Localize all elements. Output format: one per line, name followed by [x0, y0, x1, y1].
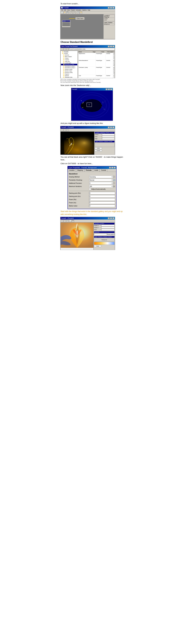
menu-animation[interactable]: Animation — [76, 10, 81, 11]
screen5-tb-4[interactable]: 📄 — [69, 220, 72, 222]
menu-view[interactable]: View — [67, 10, 70, 11]
screen2-tb-forward[interactable]: → — [64, 48, 66, 50]
screen4-minimize-btn[interactable]: _ — [108, 126, 110, 128]
tb-pan[interactable]: ✋ — [80, 12, 82, 14]
screen2-tb-up[interactable]: ↑ — [66, 48, 69, 50]
tb-new[interactable]: 📄 — [61, 12, 63, 14]
screen5-canvas[interactable] — [60, 222, 94, 250]
tree-newton-maps[interactable]: 📁 Newton maps — [61, 70, 77, 72]
power-re-input[interactable]: 2 — [89, 198, 115, 201]
tab-inside[interactable]: Inside — [93, 169, 100, 172]
screen5-close-btn[interactable]: × — [112, 217, 114, 219]
tree-julia[interactable]: 📁 Julia sets — [61, 60, 77, 62]
dialog-maximize-btn[interactable]: □ — [111, 167, 113, 168]
tb-zoom[interactable]: 🔍 — [77, 12, 80, 14]
minimize-btn[interactable]: _ — [108, 7, 110, 9]
drawing-method-help[interactable]: ? — [113, 176, 115, 178]
screen5-minimize-btn[interactable]: _ — [108, 217, 110, 219]
tree-mandelbrot-julia[interactable]: 📁 Mandelbrot (Julia) — [61, 64, 77, 65]
start-im-input[interactable]: 0 — [89, 195, 115, 198]
col-color[interactable]: Color — [101, 51, 107, 53]
power-gradient-btn[interactable]: Power gradient — [107, 233, 114, 235]
maxiter-help[interactable]: ▼ — [113, 185, 115, 187]
screen5-pos-y[interactable] — [101, 227, 114, 228]
screen5-inside-button[interactable]: Inside — [94, 245, 101, 247]
list-item[interactable]: AnthroMandelbrotFractalTypeColorfulMande… — [78, 60, 114, 67]
tb-open[interactable]: 📂 — [64, 12, 66, 14]
screen2-address-bar[interactable]: FractalX\Fractals\Mandelbrot (Julia) — [69, 48, 115, 50]
menu-fractal[interactable]: Fractal — [71, 10, 75, 11]
click-here-label[interactable]: Click here — [76, 17, 84, 20]
tree-colorful[interactable]: 📁 Colorful — [61, 59, 77, 60]
col-name[interactable]: Name — [78, 51, 92, 53]
close-btn[interactable]: × — [112, 7, 114, 9]
tree-mandelbrot-julia3[interactable]: 📁 Mandelbrot (Julia) 3 — [61, 67, 77, 68]
tree-fractals[interactable]: 📁 Fractals — [61, 53, 77, 54]
pos-input[interactable] — [102, 134, 114, 136]
maximize-btn[interactable]: □ — [110, 7, 112, 9]
screen3-canvas[interactable] — [71, 90, 113, 120]
periodicity-help[interactable]: 🔄 — [113, 179, 115, 181]
tree-special[interactable]: 📁 Special — [61, 75, 77, 76]
screen5-tb-5[interactable]: 💾 — [72, 220, 74, 222]
screen5-exp-input[interactable] — [94, 233, 107, 235]
tb-redo[interactable]: ↪ — [73, 12, 76, 14]
menu-edit[interactable]: Edit — [64, 10, 66, 11]
adjust-auto-checkbox[interactable] — [89, 188, 91, 190]
tree-root[interactable]: 📁 FractalX — [61, 51, 77, 53]
screen2-minimize-btn[interactable]: _ — [108, 46, 110, 47]
precision-help[interactable]: ? — [113, 182, 115, 184]
screen4-tb-3[interactable]: 🔍 — [66, 129, 69, 131]
angle-input[interactable] — [102, 138, 114, 140]
screen4-tb-1[interactable]: ← — [61, 129, 63, 131]
screen4-canvas[interactable] — [60, 132, 94, 155]
dialog-minimize-btn[interactable]: _ — [109, 167, 111, 168]
power-im-input[interactable]: 0 — [89, 201, 115, 204]
start-re-input[interactable]: 0 — [89, 192, 115, 194]
outside-button[interactable]: Outside — [95, 150, 102, 152]
tree-mandelbrot-julia2[interactable]: 📁 Mandelbrot (Julia) 2 — [61, 65, 77, 67]
drawing-method-select[interactable]: Guessing ▼ — [89, 176, 113, 178]
list-item[interactable]: Cartesian1 (Julia)FractalTypeColorfulMan… — [78, 67, 114, 75]
screen4-tb-2[interactable]: → — [64, 129, 66, 131]
tree-animals[interactable]: 📁 Animals — [61, 54, 77, 56]
col-desc[interactable]: Description — [107, 51, 114, 53]
tree-basic[interactable]: 📁 Basic shapes — [61, 56, 77, 58]
screen5-tb-3[interactable]: 🔍 — [66, 220, 69, 222]
screen4-maximize-btn[interactable]: □ — [110, 126, 112, 128]
list-item[interactable]: CobFractalTypeColorfulGeneric Julia set — [78, 75, 114, 78]
screen5-tb-1[interactable]: ← — [61, 220, 63, 222]
tree-regions[interactable]: 📁 Regions — [61, 73, 77, 75]
maxiter-select[interactable]: 100 ▼ — [89, 185, 113, 188]
tab-outside[interactable]: Outside — [100, 169, 107, 172]
screen3-maximize-btn[interactable]: □ — [108, 88, 110, 90]
screen2-tb-back[interactable]: ← — [61, 48, 63, 50]
screen3-close-btn[interactable]: × — [110, 88, 112, 90]
zoom-input[interactable] — [102, 136, 114, 138]
screen5-zoom-val[interactable] — [101, 229, 114, 230]
precision-select[interactable]: 0 ▼ — [89, 182, 113, 184]
screen5-pos-x[interactable] — [101, 225, 114, 226]
tree-newton-julia[interactable]: 📁 Newton (Julia) — [61, 68, 77, 70]
tb-undo[interactable]: ↩ — [70, 12, 73, 14]
tree-help[interactable]: 📁 Help — [61, 78, 77, 78]
tree-landscapes[interactable]: 📁 Landscapes — [61, 62, 77, 64]
screen5-tb-2[interactable]: → — [64, 220, 66, 222]
tab-location[interactable]: Location — [68, 169, 76, 172]
screen3-minimize-btn[interactable]: _ — [106, 88, 108, 90]
tree-classic[interactable]: 📁 Classic — [61, 58, 77, 59]
screen2-close-btn[interactable]: × — [112, 46, 114, 47]
col-type[interactable]: Type — [92, 51, 101, 53]
list-item[interactable]: Adjustment1FractalTypeColorfulAdjust the… — [78, 53, 114, 60]
screen5-maximize-btn[interactable]: □ — [110, 217, 112, 219]
dialog-close-btn[interactable]: × — [114, 167, 116, 168]
tb-save[interactable]: 💾 — [66, 12, 69, 14]
screen4-close-btn[interactable]: × — [112, 126, 114, 128]
menu-help[interactable]: Help — [88, 10, 90, 11]
menu-file[interactable]: File — [61, 10, 63, 11]
bailout-input[interactable]: 4 — [89, 204, 115, 207]
tree-phoenix[interactable]: 📁 Phoenix (Julia) — [61, 72, 77, 73]
periodicity-select[interactable]: Normal ▼ — [89, 179, 113, 181]
tab-formula[interactable]: Formula — [84, 169, 93, 172]
tab-mapping[interactable]: Mapping — [76, 169, 84, 172]
